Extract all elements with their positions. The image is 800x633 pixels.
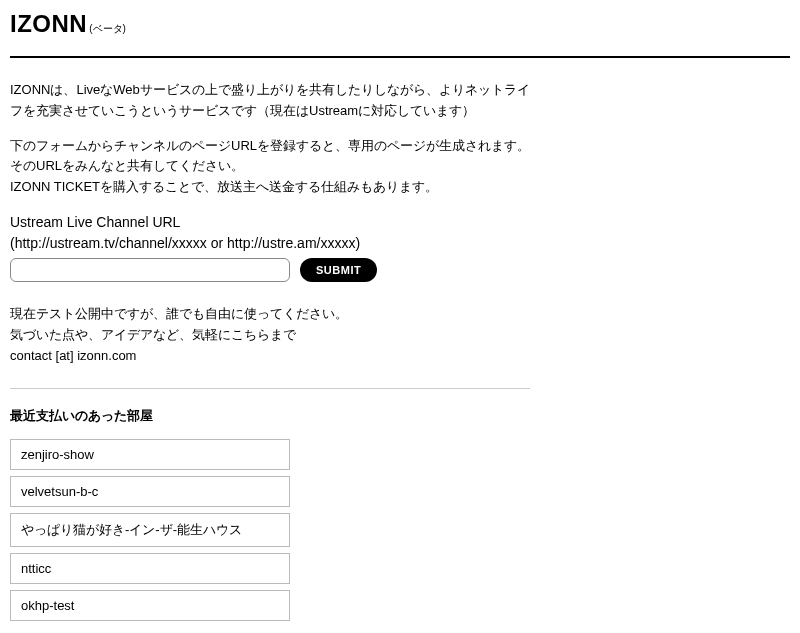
channel-url-input[interactable] xyxy=(10,258,290,282)
room-item[interactable]: zenjiro-show xyxy=(10,439,290,470)
site-title-suffix: (ベータ) xyxy=(89,22,126,36)
url-label-line2: (http://ustream.tv/channel/xxxxx or http… xyxy=(10,233,790,254)
room-item[interactable]: okhp-test xyxy=(10,590,290,621)
intro-paragraph-2: 下のフォームからチャンネルのページURLを登録すると、専用のページが生成されます… xyxy=(10,136,610,198)
intro-paragraph-1: IZONNは、LiveなWebサービスの上で盛り上がりを共有したりしながら、より… xyxy=(10,80,530,122)
section-divider xyxy=(10,388,530,389)
site-title: IZONN xyxy=(10,10,87,38)
room-list: zenjiro-show velvetsun-b-c やっぱり猫が好き-イン-ザ… xyxy=(10,439,290,621)
room-item[interactable]: velvetsun-b-c xyxy=(10,476,290,507)
url-label-line1: Ustream Live Channel URL xyxy=(10,212,790,233)
room-item[interactable]: ntticc xyxy=(10,553,290,584)
rooms-heading: 最近支払いのあった部屋 xyxy=(10,407,790,425)
header-divider xyxy=(10,56,790,58)
submit-button[interactable]: SUBMIT xyxy=(300,258,377,282)
room-item[interactable]: やっぱり猫が好き-イン-ザ-能生ハウス xyxy=(10,513,290,547)
notice-text: 現在テスト公開中ですが、誰でも自由に使ってください。 気づいた点や、アイデアなど… xyxy=(10,304,790,366)
